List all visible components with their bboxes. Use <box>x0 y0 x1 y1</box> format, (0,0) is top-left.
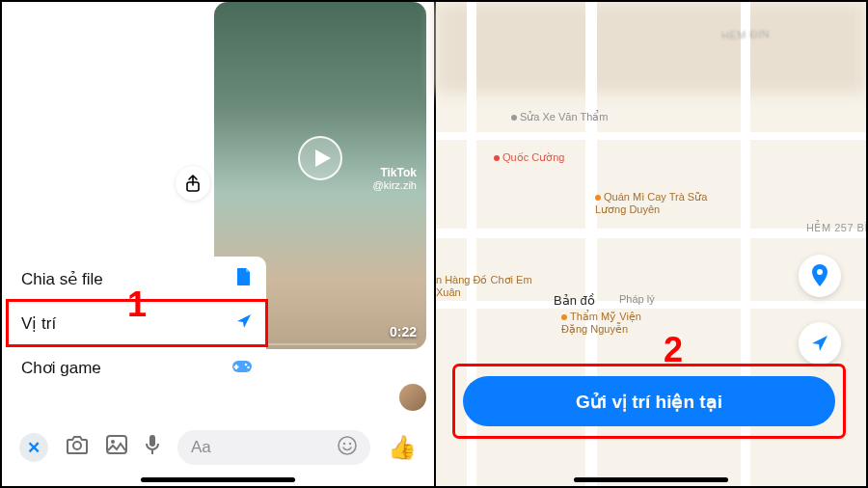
tiktok-logo-text: TikTok <box>373 166 417 179</box>
svg-point-15 <box>817 269 823 275</box>
message-composer: ✕ Aa 👍 <box>2 422 434 473</box>
menu-item-label: Vị trí <box>21 313 56 334</box>
street-label: HẺM 257 BÌ <box>806 222 868 234</box>
annotation-step-1: 1 <box>127 285 147 325</box>
microphone-icon[interactable] <box>145 434 160 461</box>
close-attachment-icon[interactable]: ✕ <box>19 433 48 462</box>
svg-point-13 <box>343 442 345 444</box>
svg-point-7 <box>247 366 250 369</box>
share-icon[interactable] <box>176 166 210 201</box>
home-indicator[interactable] <box>574 477 728 482</box>
map-top-blur <box>436 2 866 94</box>
message-input-placeholder: Aa <box>191 438 211 457</box>
game-controller-icon <box>231 358 253 378</box>
avatar[interactable] <box>399 384 426 411</box>
svg-point-6 <box>245 364 248 366</box>
poi-quan-mi[interactable]: Quán Mì Cay Trà Sữa Lương Duyên <box>595 191 711 215</box>
tiktok-watermark: TikTok @kirz.zih <box>373 166 417 193</box>
map-road <box>436 132 866 140</box>
poi-do-choi[interactable]: n Hàng Đồ Chơi Em Xuân <box>436 274 542 298</box>
street-label: HÉM ĐIN <box>721 28 770 41</box>
svg-point-10 <box>111 440 115 444</box>
tiktok-handle: @kirz.zih <box>373 179 417 192</box>
menu-item-play-game[interactable]: Chơi game <box>8 345 266 390</box>
svg-rect-5 <box>234 366 239 368</box>
map-road <box>436 229 866 238</box>
apple-maps-attribution: Bản đồ <box>550 293 595 308</box>
message-input[interactable]: Aa <box>177 430 370 465</box>
play-icon[interactable] <box>298 136 342 180</box>
gallery-icon[interactable] <box>106 435 127 460</box>
home-indicator[interactable] <box>141 477 295 482</box>
right-pane: HÉM ĐIN HẺM 257 BÌ Sửa Xe Văn Thẩm Quốc … <box>436 2 866 486</box>
svg-point-12 <box>339 437 356 454</box>
poi-tham-my[interactable]: Thẩm Mỹ Viện Đặng Nguyễn <box>561 311 648 335</box>
send-location-highlight: Gửi vị trí hiện tại <box>455 366 843 436</box>
svg-point-14 <box>349 442 351 444</box>
video-timestamp: 0:22 <box>390 324 417 339</box>
emoji-icon[interactable] <box>338 436 357 460</box>
poi-quoc-cuong[interactable]: Quốc Cường <box>494 151 564 164</box>
thumbs-up-icon[interactable]: 👍 <box>388 434 417 461</box>
camera-icon[interactable] <box>66 435 89 460</box>
menu-item-label: Chia sẻ file <box>21 269 103 289</box>
svg-rect-11 <box>149 435 155 447</box>
location-pin-fab[interactable] <box>799 255 841 297</box>
poi-sua-xe[interactable]: Sửa Xe Văn Thẩm <box>511 111 608 123</box>
file-icon <box>235 267 253 291</box>
send-current-location-button[interactable]: Gửi vị trí hiện tại <box>463 376 835 426</box>
location-arrow-icon <box>235 312 253 335</box>
menu-item-label: Chơi game <box>21 358 101 378</box>
annotation-step-2: 2 <box>664 330 683 370</box>
send-location-label: Gửi vị trí hiện tại <box>576 391 722 413</box>
left-pane: TikTok @kirz.zih 0:22 Chia sẻ file Vị tr… <box>2 2 434 486</box>
svg-point-8 <box>73 442 81 449</box>
my-location-fab[interactable] <box>799 322 841 365</box>
poi-phap-ly[interactable]: Pháp lý <box>619 293 655 306</box>
